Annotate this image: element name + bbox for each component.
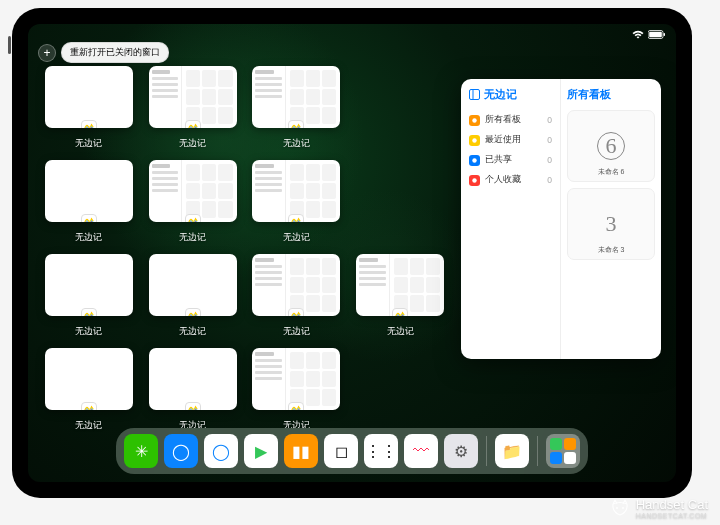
svg-rect-2 [664,33,666,36]
sidebar-item-icon [469,175,480,186]
freeform-app-icon [392,308,408,316]
window-thumbnail[interactable]: 无边记 [40,160,138,244]
freeform-app-icon [81,120,97,128]
window-thumbnail-label: 无边记 [283,137,310,150]
sidebar-item-count: 0 [547,115,552,125]
svg-point-6 [472,138,476,142]
window-thumbnail-label: 无边记 [75,419,102,432]
dock-separator [486,436,487,466]
wifi-icon [632,30,644,41]
dock-app-app-blue-circle[interactable]: ◯ [164,434,198,468]
dock-app-app-hd[interactable]: ◯ [204,434,238,468]
board-label: 未命名 3 [598,245,625,255]
board-preview: 3 [606,211,617,237]
freeform-app-icon [81,402,97,410]
watermark: Handset Cat HANDSETCAT.COM [610,497,708,519]
freeform-app-icon [288,308,304,316]
window-thumbnail[interactable]: 无边记 [248,348,346,432]
sidebar-item-label: 个人收藏 [485,174,521,186]
dock-app-wechat[interactable]: ✳ [124,434,158,468]
sidebar-item[interactable]: 个人收藏 0 [469,170,552,190]
board-list: 所有看板 6 未命名 6 3 未命名 3 [561,79,661,359]
svg-rect-3 [470,90,480,100]
svg-point-9 [616,507,618,509]
reopen-closed-window-button[interactable]: 重新打开已关闭的窗口 [61,42,169,63]
freeform-app-window[interactable]: 无边记 所有看板 0 最近使用 0 已共享 0 [461,79,661,359]
window-thumbnail[interactable]: 无边记 [144,160,242,244]
dock-recent-apps[interactable] [546,434,580,468]
window-thumbnail-label: 无边记 [75,231,102,244]
battery-icon [648,30,666,41]
new-window-button[interactable]: + [38,44,56,62]
window-thumbnail[interactable]: 无边记 [40,254,138,338]
board-card[interactable]: 6 未命名 6 [567,110,655,182]
sidebar-item-icon [469,135,480,146]
window-thumbnail[interactable]: 无边记 [144,254,242,338]
freeform-app-icon [185,214,201,222]
window-thumbnail[interactable]: 无边记 [248,66,346,150]
sidebar-item[interactable]: 已共享 0 [469,150,552,170]
board-preview: 6 [597,132,625,160]
window-switcher-grid: 无边记 无边记 无边记 无边记 无边记 无边记 无边记 无边记 [38,64,451,427]
svg-point-7 [472,158,476,162]
sidebar-item-icon [469,155,480,166]
freeform-app-icon [288,402,304,410]
window-thumbnail-label: 无边记 [179,137,206,150]
sidebar-item-label: 最近使用 [485,134,521,146]
board-card[interactable]: 3 未命名 3 [567,188,655,260]
freeform-app-icon [81,308,97,316]
freeform-app-icon [288,214,304,222]
dock-separator [537,436,538,466]
svg-rect-1 [649,31,662,37]
dock-app-app-nodes[interactable]: ⋮⋮ [364,434,398,468]
dock-app-books[interactable]: ▮▮ [284,434,318,468]
dock-app-play[interactable]: ▶ [244,434,278,468]
sidebar-item-count: 0 [547,155,552,165]
window-thumbnail-label: 无边记 [179,325,206,338]
window-thumbnail[interactable]: 无边记 [144,66,242,150]
dock-app-freeform[interactable]: 〰 [404,434,438,468]
cat-icon [610,498,630,518]
svg-point-10 [622,507,624,509]
window-thumbnail[interactable]: 无边记 [248,160,346,244]
svg-point-5 [472,118,476,122]
sidebar-item-count: 0 [547,135,552,145]
freeform-app-icon [185,402,201,410]
window-thumbnail[interactable]: 无边记 [40,348,138,432]
ipad-frame: + 重新打开已关闭的窗口 无边记 无边记 无边记 无边记 无边记 无边记 无边记 [12,8,692,498]
freeform-app-icon [81,214,97,222]
sidebar-icon [469,89,480,100]
window-thumbnail-label: 无边记 [283,325,310,338]
dock: ✳◯◯▶▮▮◻⋮⋮〰⚙📁 [116,428,588,474]
sidebar: 无边记 所有看板 0 最近使用 0 已共享 0 [461,79,561,359]
board-list-title: 所有看板 [567,87,655,102]
window-thumbnail-label: 无边记 [283,231,310,244]
window-thumbnail-label: 无边记 [75,137,102,150]
board-label: 未命名 6 [598,167,625,177]
dock-app-settings[interactable]: ⚙ [444,434,478,468]
sidebar-item[interactable]: 最近使用 0 [469,130,552,150]
sidebar-item-label: 已共享 [485,154,512,166]
screen: + 重新打开已关闭的窗口 无边记 无边记 无边记 无边记 无边记 无边记 无边记 [28,24,676,482]
sidebar-item-icon [469,115,480,126]
window-thumbnail-label: 无边记 [75,325,102,338]
dock-app-app-square[interactable]: ◻ [324,434,358,468]
window-thumbnail-label: 无边记 [387,325,414,338]
window-toolbar: + 重新打开已关闭的窗口 [38,42,169,63]
freeform-app-icon [185,308,201,316]
window-thumbnail-label: 无边记 [179,231,206,244]
dock-app-files[interactable]: 📁 [495,434,529,468]
svg-point-8 [472,178,476,182]
sidebar-item[interactable]: 所有看板 0 [469,110,552,130]
freeform-app-icon [288,120,304,128]
window-thumbnail[interactable]: 无边记 [40,66,138,150]
window-thumbnail[interactable]: 无边记 [248,254,346,338]
freeform-app-icon [185,120,201,128]
window-thumbnail[interactable]: 无边记 [144,348,242,432]
sidebar-item-label: 所有看板 [485,114,521,126]
sidebar-item-count: 0 [547,175,552,185]
window-thumbnail[interactable]: 无边记 [351,254,449,338]
sidebar-title: 无边记 [469,87,552,102]
